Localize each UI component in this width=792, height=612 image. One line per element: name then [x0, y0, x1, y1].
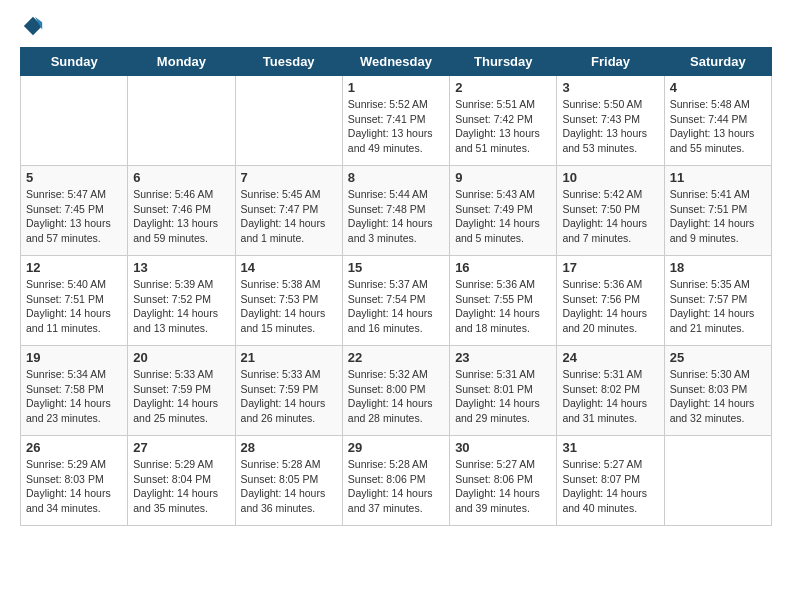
day-number: 20 — [133, 350, 229, 365]
calendar-cell: 8Sunrise: 5:44 AM Sunset: 7:48 PM Daylig… — [342, 166, 449, 256]
day-info: Sunrise: 5:52 AM Sunset: 7:41 PM Dayligh… — [348, 97, 444, 156]
day-number: 3 — [562, 80, 658, 95]
day-info: Sunrise: 5:45 AM Sunset: 7:47 PM Dayligh… — [241, 187, 337, 246]
day-number: 1 — [348, 80, 444, 95]
logo-icon — [22, 15, 44, 37]
day-info: Sunrise: 5:34 AM Sunset: 7:58 PM Dayligh… — [26, 367, 122, 426]
calendar-cell: 7Sunrise: 5:45 AM Sunset: 7:47 PM Daylig… — [235, 166, 342, 256]
day-info: Sunrise: 5:39 AM Sunset: 7:52 PM Dayligh… — [133, 277, 229, 336]
calendar-cell: 22Sunrise: 5:32 AM Sunset: 8:00 PM Dayli… — [342, 346, 449, 436]
day-info: Sunrise: 5:46 AM Sunset: 7:46 PM Dayligh… — [133, 187, 229, 246]
day-number: 6 — [133, 170, 229, 185]
day-info: Sunrise: 5:36 AM Sunset: 7:55 PM Dayligh… — [455, 277, 551, 336]
calendar-cell: 4Sunrise: 5:48 AM Sunset: 7:44 PM Daylig… — [664, 76, 771, 166]
day-number: 16 — [455, 260, 551, 275]
day-number: 11 — [670, 170, 766, 185]
day-number: 21 — [241, 350, 337, 365]
day-number: 23 — [455, 350, 551, 365]
day-number: 22 — [348, 350, 444, 365]
day-info: Sunrise: 5:38 AM Sunset: 7:53 PM Dayligh… — [241, 277, 337, 336]
weekday-header: Wednesday — [342, 48, 449, 76]
day-number: 13 — [133, 260, 229, 275]
day-number: 29 — [348, 440, 444, 455]
calendar-cell: 27Sunrise: 5:29 AM Sunset: 8:04 PM Dayli… — [128, 436, 235, 526]
day-info: Sunrise: 5:29 AM Sunset: 8:03 PM Dayligh… — [26, 457, 122, 516]
weekday-header: Thursday — [450, 48, 557, 76]
day-info: Sunrise: 5:43 AM Sunset: 7:49 PM Dayligh… — [455, 187, 551, 246]
day-info: Sunrise: 5:33 AM Sunset: 7:59 PM Dayligh… — [241, 367, 337, 426]
header — [20, 15, 772, 37]
calendar-cell: 10Sunrise: 5:42 AM Sunset: 7:50 PM Dayli… — [557, 166, 664, 256]
day-number: 31 — [562, 440, 658, 455]
calendar-week-row: 1Sunrise: 5:52 AM Sunset: 7:41 PM Daylig… — [21, 76, 772, 166]
day-number: 15 — [348, 260, 444, 275]
day-number: 27 — [133, 440, 229, 455]
weekday-header: Sunday — [21, 48, 128, 76]
calendar-cell: 26Sunrise: 5:29 AM Sunset: 8:03 PM Dayli… — [21, 436, 128, 526]
day-info: Sunrise: 5:42 AM Sunset: 7:50 PM Dayligh… — [562, 187, 658, 246]
calendar-week-row: 19Sunrise: 5:34 AM Sunset: 7:58 PM Dayli… — [21, 346, 772, 436]
calendar-cell: 14Sunrise: 5:38 AM Sunset: 7:53 PM Dayli… — [235, 256, 342, 346]
calendar-cell: 19Sunrise: 5:34 AM Sunset: 7:58 PM Dayli… — [21, 346, 128, 436]
calendar-cell: 18Sunrise: 5:35 AM Sunset: 7:57 PM Dayli… — [664, 256, 771, 346]
calendar-cell: 21Sunrise: 5:33 AM Sunset: 7:59 PM Dayli… — [235, 346, 342, 436]
calendar-cell: 3Sunrise: 5:50 AM Sunset: 7:43 PM Daylig… — [557, 76, 664, 166]
day-info: Sunrise: 5:31 AM Sunset: 8:02 PM Dayligh… — [562, 367, 658, 426]
calendar-cell: 6Sunrise: 5:46 AM Sunset: 7:46 PM Daylig… — [128, 166, 235, 256]
calendar-cell — [235, 76, 342, 166]
weekday-header: Tuesday — [235, 48, 342, 76]
weekday-header: Saturday — [664, 48, 771, 76]
calendar-cell: 13Sunrise: 5:39 AM Sunset: 7:52 PM Dayli… — [128, 256, 235, 346]
svg-marker-0 — [24, 17, 42, 35]
day-number: 5 — [26, 170, 122, 185]
calendar-cell: 9Sunrise: 5:43 AM Sunset: 7:49 PM Daylig… — [450, 166, 557, 256]
day-number: 7 — [241, 170, 337, 185]
weekday-header: Monday — [128, 48, 235, 76]
calendar-week-row: 12Sunrise: 5:40 AM Sunset: 7:51 PM Dayli… — [21, 256, 772, 346]
header-row: SundayMondayTuesdayWednesdayThursdayFrid… — [21, 48, 772, 76]
calendar-cell: 30Sunrise: 5:27 AM Sunset: 8:06 PM Dayli… — [450, 436, 557, 526]
day-info: Sunrise: 5:36 AM Sunset: 7:56 PM Dayligh… — [562, 277, 658, 336]
calendar-table: SundayMondayTuesdayWednesdayThursdayFrid… — [20, 47, 772, 526]
day-number: 18 — [670, 260, 766, 275]
day-number: 28 — [241, 440, 337, 455]
day-info: Sunrise: 5:37 AM Sunset: 7:54 PM Dayligh… — [348, 277, 444, 336]
calendar-cell: 1Sunrise: 5:52 AM Sunset: 7:41 PM Daylig… — [342, 76, 449, 166]
calendar-cell: 23Sunrise: 5:31 AM Sunset: 8:01 PM Dayli… — [450, 346, 557, 436]
day-info: Sunrise: 5:47 AM Sunset: 7:45 PM Dayligh… — [26, 187, 122, 246]
calendar-cell: 15Sunrise: 5:37 AM Sunset: 7:54 PM Dayli… — [342, 256, 449, 346]
day-info: Sunrise: 5:40 AM Sunset: 7:51 PM Dayligh… — [26, 277, 122, 336]
calendar-cell — [21, 76, 128, 166]
page-container: SundayMondayTuesdayWednesdayThursdayFrid… — [0, 0, 792, 546]
calendar-week-row: 5Sunrise: 5:47 AM Sunset: 7:45 PM Daylig… — [21, 166, 772, 256]
calendar-cell: 11Sunrise: 5:41 AM Sunset: 7:51 PM Dayli… — [664, 166, 771, 256]
day-info: Sunrise: 5:44 AM Sunset: 7:48 PM Dayligh… — [348, 187, 444, 246]
calendar-cell: 24Sunrise: 5:31 AM Sunset: 8:02 PM Dayli… — [557, 346, 664, 436]
day-info: Sunrise: 5:27 AM Sunset: 8:06 PM Dayligh… — [455, 457, 551, 516]
day-info: Sunrise: 5:29 AM Sunset: 8:04 PM Dayligh… — [133, 457, 229, 516]
calendar-cell: 25Sunrise: 5:30 AM Sunset: 8:03 PM Dayli… — [664, 346, 771, 436]
day-number: 25 — [670, 350, 766, 365]
day-number: 30 — [455, 440, 551, 455]
day-number: 19 — [26, 350, 122, 365]
day-info: Sunrise: 5:48 AM Sunset: 7:44 PM Dayligh… — [670, 97, 766, 156]
day-number: 9 — [455, 170, 551, 185]
day-info: Sunrise: 5:28 AM Sunset: 8:06 PM Dayligh… — [348, 457, 444, 516]
day-number: 8 — [348, 170, 444, 185]
day-number: 10 — [562, 170, 658, 185]
day-number: 4 — [670, 80, 766, 95]
day-info: Sunrise: 5:31 AM Sunset: 8:01 PM Dayligh… — [455, 367, 551, 426]
day-number: 2 — [455, 80, 551, 95]
calendar-cell: 2Sunrise: 5:51 AM Sunset: 7:42 PM Daylig… — [450, 76, 557, 166]
calendar-cell: 16Sunrise: 5:36 AM Sunset: 7:55 PM Dayli… — [450, 256, 557, 346]
day-number: 24 — [562, 350, 658, 365]
day-number: 17 — [562, 260, 658, 275]
logo — [20, 15, 44, 37]
day-info: Sunrise: 5:50 AM Sunset: 7:43 PM Dayligh… — [562, 97, 658, 156]
day-info: Sunrise: 5:35 AM Sunset: 7:57 PM Dayligh… — [670, 277, 766, 336]
day-info: Sunrise: 5:32 AM Sunset: 8:00 PM Dayligh… — [348, 367, 444, 426]
calendar-cell: 20Sunrise: 5:33 AM Sunset: 7:59 PM Dayli… — [128, 346, 235, 436]
calendar-cell: 12Sunrise: 5:40 AM Sunset: 7:51 PM Dayli… — [21, 256, 128, 346]
day-info: Sunrise: 5:28 AM Sunset: 8:05 PM Dayligh… — [241, 457, 337, 516]
day-info: Sunrise: 5:30 AM Sunset: 8:03 PM Dayligh… — [670, 367, 766, 426]
